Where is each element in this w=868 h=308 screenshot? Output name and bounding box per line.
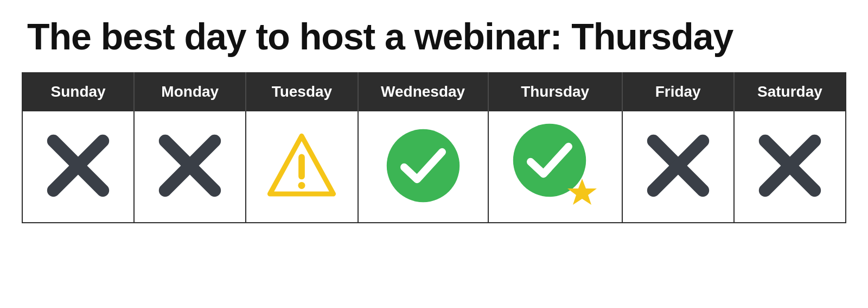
header-wednesday: Wednesday xyxy=(358,73,488,111)
tuesday-cell xyxy=(246,111,358,223)
friday-x-icon xyxy=(643,130,713,201)
title-section: The best day to host a webinar: Thursday xyxy=(22,16,846,57)
svg-marker-9 xyxy=(567,179,597,205)
monday-cell xyxy=(134,111,246,223)
monday-x-icon xyxy=(155,130,225,201)
thursday-cell xyxy=(488,111,622,223)
icons-row xyxy=(22,111,846,223)
days-table: Sunday Monday Tuesday Wednesday Thursday… xyxy=(22,72,846,223)
table-section: Sunday Monday Tuesday Wednesday Thursday… xyxy=(22,72,846,292)
sunday-x-icon xyxy=(43,130,113,201)
header-tuesday: Tuesday xyxy=(246,73,358,111)
header-saturday: Saturday xyxy=(734,73,846,111)
header-thursday: Thursday xyxy=(488,73,622,111)
header-sunday: Sunday xyxy=(22,73,134,111)
svg-point-7 xyxy=(386,129,459,202)
header-friday: Friday xyxy=(622,73,734,111)
saturday-x-icon xyxy=(755,130,825,201)
header-monday: Monday xyxy=(134,73,246,111)
sunday-cell xyxy=(22,111,134,223)
page-title: The best day to host a webinar: Thursday xyxy=(27,16,733,57)
friday-cell xyxy=(622,111,734,223)
thursday-check-star-icon xyxy=(512,122,598,209)
header-row: Sunday Monday Tuesday Wednesday Thursday… xyxy=(22,73,846,111)
wednesday-check-icon xyxy=(385,128,461,204)
svg-point-6 xyxy=(298,182,305,189)
wednesday-cell xyxy=(358,111,488,223)
page-container: The best day to host a webinar: Thursday… xyxy=(0,0,868,308)
tuesday-warning-icon xyxy=(266,130,337,201)
saturday-cell xyxy=(734,111,846,223)
